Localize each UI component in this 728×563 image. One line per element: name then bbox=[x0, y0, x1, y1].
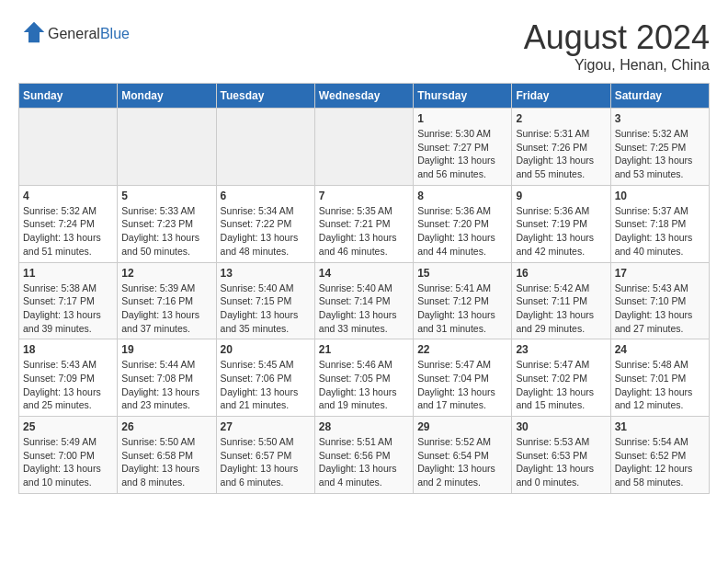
sunrise-text: Sunrise: 5:33 AM bbox=[121, 204, 211, 218]
day-number: 19 bbox=[121, 343, 211, 356]
sunrise-text: Sunrise: 5:35 AM bbox=[319, 204, 409, 218]
daylight-text: Daylight: 13 hours and 25 minutes. bbox=[23, 385, 113, 412]
sunrise-text: Sunrise: 5:52 AM bbox=[417, 435, 507, 449]
sunset-text: Sunset: 7:15 PM bbox=[221, 294, 311, 308]
sunrise-text: Sunrise: 5:39 AM bbox=[121, 282, 211, 295]
day-info: Sunrise: 5:54 AMSunset: 6:52 PMDaylight:… bbox=[615, 435, 705, 489]
daylight-text: Daylight: 13 hours and 27 minutes. bbox=[615, 308, 705, 335]
daylight-text: Daylight: 13 hours and 29 minutes. bbox=[516, 308, 606, 335]
page-header: GeneralBlue August 2024 Yigou, Henan, Ch… bbox=[18, 18, 710, 74]
sunrise-text: Sunrise: 5:40 AM bbox=[221, 282, 311, 295]
weekday-header-wednesday: Wednesday bbox=[314, 84, 413, 109]
daylight-text: Daylight: 13 hours and 15 minutes. bbox=[516, 385, 606, 412]
day-number: 8 bbox=[417, 190, 507, 202]
logo-general-text: General bbox=[48, 26, 100, 41]
sunrise-text: Sunrise: 5:45 AM bbox=[221, 358, 311, 372]
calendar-cell: 30Sunrise: 5:53 AMSunset: 6:53 PMDayligh… bbox=[512, 417, 610, 494]
calendar-cell: 21Sunrise: 5:46 AMSunset: 7:05 PMDayligh… bbox=[314, 339, 413, 417]
sunrise-text: Sunrise: 5:32 AM bbox=[615, 127, 705, 141]
calendar-cell: 20Sunrise: 5:45 AMSunset: 7:06 PMDayligh… bbox=[216, 339, 314, 417]
title-block: August 2024 Yigou, Henan, China bbox=[524, 18, 710, 74]
day-info: Sunrise: 5:38 AMSunset: 7:17 PMDaylight:… bbox=[23, 282, 113, 336]
daylight-text: Daylight: 13 hours and 48 minutes. bbox=[221, 231, 311, 258]
daylight-text: Daylight: 13 hours and 19 minutes. bbox=[319, 385, 409, 412]
calendar-cell: 10Sunrise: 5:37 AMSunset: 7:18 PMDayligh… bbox=[610, 185, 709, 262]
day-info: Sunrise: 5:50 AMSunset: 6:58 PMDaylight:… bbox=[121, 435, 211, 489]
day-number: 14 bbox=[319, 267, 409, 280]
day-info: Sunrise: 5:49 AMSunset: 7:00 PMDaylight:… bbox=[23, 435, 113, 489]
sunset-text: Sunset: 6:56 PM bbox=[319, 449, 409, 463]
calendar-cell: 24Sunrise: 5:48 AMSunset: 7:01 PMDayligh… bbox=[610, 339, 709, 417]
day-number: 15 bbox=[417, 267, 507, 280]
calendar-cell: 28Sunrise: 5:51 AMSunset: 6:56 PMDayligh… bbox=[314, 417, 413, 494]
sunset-text: Sunset: 7:21 PM bbox=[319, 217, 409, 231]
sunrise-text: Sunrise: 5:50 AM bbox=[221, 435, 311, 449]
day-number: 25 bbox=[23, 420, 113, 433]
day-number: 2 bbox=[516, 112, 606, 125]
calendar-cell: 26Sunrise: 5:50 AMSunset: 6:58 PMDayligh… bbox=[118, 417, 216, 494]
daylight-text: Daylight: 13 hours and 0 minutes. bbox=[516, 462, 606, 488]
weekday-header-saturday: Saturday bbox=[610, 84, 709, 109]
sunset-text: Sunset: 7:05 PM bbox=[319, 372, 409, 385]
sunset-text: Sunset: 6:58 PM bbox=[121, 449, 211, 463]
sunrise-text: Sunrise: 5:32 AM bbox=[23, 204, 113, 218]
day-number: 30 bbox=[516, 420, 606, 433]
daylight-text: Daylight: 13 hours and 2 minutes. bbox=[417, 462, 507, 488]
daylight-text: Daylight: 13 hours and 40 minutes. bbox=[615, 231, 705, 258]
day-number: 11 bbox=[23, 267, 113, 280]
sunrise-text: Sunrise: 5:50 AM bbox=[121, 435, 211, 449]
sunrise-text: Sunrise: 5:48 AM bbox=[615, 358, 705, 372]
daylight-text: Daylight: 13 hours and 21 minutes. bbox=[221, 385, 311, 412]
daylight-text: Daylight: 13 hours and 39 minutes. bbox=[23, 308, 113, 335]
sunset-text: Sunset: 7:06 PM bbox=[221, 372, 311, 385]
sunset-text: Sunset: 6:54 PM bbox=[417, 449, 507, 463]
calendar-week-1: 1Sunrise: 5:30 AMSunset: 7:27 PMDaylight… bbox=[19, 109, 710, 186]
calendar-cell: 27Sunrise: 5:50 AMSunset: 6:57 PMDayligh… bbox=[216, 417, 314, 494]
sunrise-text: Sunrise: 5:54 AM bbox=[615, 435, 705, 449]
sunset-text: Sunset: 6:57 PM bbox=[221, 449, 311, 463]
day-info: Sunrise: 5:48 AMSunset: 7:01 PMDaylight:… bbox=[615, 358, 705, 412]
sunset-text: Sunset: 7:17 PM bbox=[23, 294, 113, 308]
calendar-week-4: 18Sunrise: 5:43 AMSunset: 7:09 PMDayligh… bbox=[19, 339, 710, 417]
calendar-cell: 5Sunrise: 5:33 AMSunset: 7:23 PMDaylight… bbox=[118, 185, 216, 262]
calendar-cell bbox=[314, 109, 413, 186]
weekday-header-row: SundayMondayTuesdayWednesdayThursdayFrid… bbox=[19, 84, 710, 109]
day-info: Sunrise: 5:46 AMSunset: 7:05 PMDaylight:… bbox=[319, 358, 409, 412]
sunset-text: Sunset: 7:11 PM bbox=[516, 294, 606, 308]
day-info: Sunrise: 5:41 AMSunset: 7:12 PMDaylight:… bbox=[417, 282, 507, 336]
day-info: Sunrise: 5:45 AMSunset: 7:06 PMDaylight:… bbox=[221, 358, 311, 412]
day-number: 20 bbox=[221, 343, 311, 356]
day-info: Sunrise: 5:47 AMSunset: 7:04 PMDaylight:… bbox=[417, 358, 507, 412]
daylight-text: Daylight: 13 hours and 44 minutes. bbox=[417, 231, 507, 258]
svg-marker-0 bbox=[24, 22, 45, 43]
daylight-text: Daylight: 13 hours and 50 minutes. bbox=[121, 231, 211, 258]
daylight-text: Daylight: 13 hours and 51 minutes. bbox=[23, 231, 113, 258]
calendar-cell: 4Sunrise: 5:32 AMSunset: 7:24 PMDaylight… bbox=[19, 185, 118, 262]
calendar-cell: 9Sunrise: 5:36 AMSunset: 7:19 PMDaylight… bbox=[512, 185, 610, 262]
sunset-text: Sunset: 7:01 PM bbox=[615, 372, 705, 385]
calendar-body: 1Sunrise: 5:30 AMSunset: 7:27 PMDaylight… bbox=[19, 109, 710, 494]
logo-blue-text: Blue bbox=[100, 26, 130, 41]
subtitle: Yigou, Henan, China bbox=[524, 57, 710, 74]
daylight-text: Daylight: 13 hours and 35 minutes. bbox=[221, 308, 311, 335]
sunset-text: Sunset: 7:25 PM bbox=[615, 141, 705, 155]
day-number: 28 bbox=[319, 420, 409, 433]
daylight-text: Daylight: 13 hours and 23 minutes. bbox=[121, 385, 211, 412]
logo-icon bbox=[20, 18, 48, 46]
sunset-text: Sunset: 6:52 PM bbox=[615, 449, 705, 463]
day-info: Sunrise: 5:50 AMSunset: 6:57 PMDaylight:… bbox=[221, 435, 311, 489]
daylight-text: Daylight: 13 hours and 56 minutes. bbox=[417, 154, 507, 180]
calendar-cell: 12Sunrise: 5:39 AMSunset: 7:16 PMDayligh… bbox=[118, 262, 216, 339]
day-number: 27 bbox=[221, 420, 311, 433]
calendar-cell: 7Sunrise: 5:35 AMSunset: 7:21 PMDaylight… bbox=[314, 185, 413, 262]
calendar-cell: 15Sunrise: 5:41 AMSunset: 7:12 PMDayligh… bbox=[414, 262, 512, 339]
day-number: 18 bbox=[23, 343, 113, 356]
sunset-text: Sunset: 7:02 PM bbox=[516, 372, 606, 385]
day-number: 26 bbox=[121, 420, 211, 433]
day-info: Sunrise: 5:36 AMSunset: 7:20 PMDaylight:… bbox=[417, 204, 507, 259]
sunrise-text: Sunrise: 5:53 AM bbox=[516, 435, 606, 449]
daylight-text: Daylight: 13 hours and 55 minutes. bbox=[516, 154, 606, 180]
calendar-cell: 2Sunrise: 5:31 AMSunset: 7:26 PMDaylight… bbox=[512, 109, 610, 186]
sunrise-text: Sunrise: 5:51 AM bbox=[319, 435, 409, 449]
calendar-cell: 1Sunrise: 5:30 AMSunset: 7:27 PMDaylight… bbox=[414, 109, 512, 186]
